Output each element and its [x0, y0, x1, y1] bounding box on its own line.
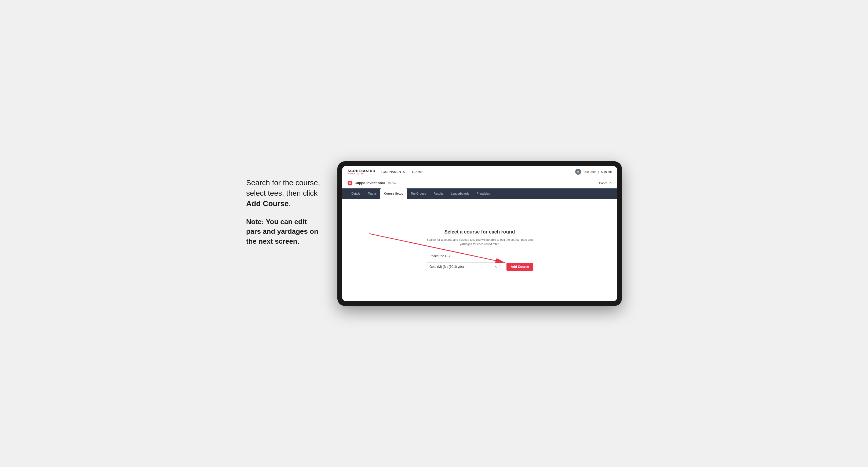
clear-icon[interactable]: ✕ — [494, 265, 497, 269]
instruction-bold: Add Course — [246, 199, 289, 208]
course-setup-card: Select a course for each round Search fo… — [426, 229, 533, 271]
top-nav-left: SCOREBOARD Powered by clippd TOURNAMENTS… — [348, 169, 423, 175]
tournament-header: C Clippd Invitational (Men) Cancel ✕ — [342, 178, 617, 188]
nav-link-teams[interactable]: TEAMS — [411, 170, 422, 174]
nav-link-tournaments[interactable]: TOURNAMENTS — [381, 170, 405, 174]
instructions-panel: Search for the course, select tees, then… — [246, 161, 321, 254]
tournament-subtitle: (Men) — [388, 181, 396, 185]
logo-area: SCOREBOARD Powered by clippd — [348, 169, 375, 175]
tournament-icon: C — [348, 181, 352, 185]
tee-select-row: Gold (M) (M) (7010 yds) ✕ ⌃ Add Course — [426, 262, 533, 271]
instruction-text-1: Search for the course, select tees, then… — [246, 178, 321, 209]
cancel-button[interactable]: Cancel ✕ — [599, 181, 612, 185]
tournament-title: C Clippd Invitational (Men) — [348, 181, 396, 185]
main-content: Select a course for each round Search fo… — [342, 199, 617, 301]
course-search-input[interactable] — [426, 252, 533, 260]
tee-select[interactable]: Gold (M) (M) (7010 yds) ✕ ⌃ — [426, 262, 504, 271]
page-wrapper: Search for the course, select tees, then… — [246, 161, 622, 306]
sign-out-link[interactable]: Sign out — [601, 170, 612, 174]
tablet-frame: SCOREBOARD Powered by clippd TOURNAMENTS… — [337, 161, 622, 306]
tab-results[interactable]: Results — [430, 188, 447, 199]
tab-details[interactable]: Details — [348, 188, 364, 199]
tablet-screen: SCOREBOARD Powered by clippd TOURNAMENTS… — [342, 166, 617, 301]
user-label: Test User — [583, 170, 596, 174]
tournament-name: Clippd Invitational — [354, 181, 385, 185]
add-course-button[interactable]: Add Course — [506, 263, 533, 271]
logo-subtitle: Powered by clippd — [348, 173, 375, 175]
user-avatar: R — [575, 169, 581, 175]
tab-course-setup[interactable]: Course Setup — [380, 188, 407, 199]
top-nav: SCOREBOARD Powered by clippd TOURNAMENTS… — [342, 166, 617, 178]
tab-teams[interactable]: Teams — [364, 188, 380, 199]
instruction-note: Note: You can edit pars and yardages on … — [246, 217, 321, 246]
tee-select-controls: ✕ ⌃ — [494, 265, 501, 269]
tablet-container: SCOREBOARD Powered by clippd TOURNAMENTS… — [337, 161, 622, 306]
tab-leaderboards[interactable]: Leaderboards — [447, 188, 473, 199]
chevron-icon: ⌃ — [498, 265, 501, 269]
tab-printables[interactable]: Printables — [473, 188, 494, 199]
tab-tee-groups[interactable]: Tee Groups — [407, 188, 430, 199]
card-description: Search for a course and select a tee. Yo… — [426, 238, 533, 246]
tee-select-value: Gold (M) (M) (7010 yds) — [429, 265, 494, 269]
top-nav-links: TOURNAMENTS TEAMS — [381, 170, 423, 174]
top-nav-right: R Test User | Sign out — [575, 169, 612, 175]
tab-nav: Details Teams Course Setup Tee Groups Re… — [342, 188, 617, 199]
card-title: Select a course for each round — [426, 229, 533, 235]
